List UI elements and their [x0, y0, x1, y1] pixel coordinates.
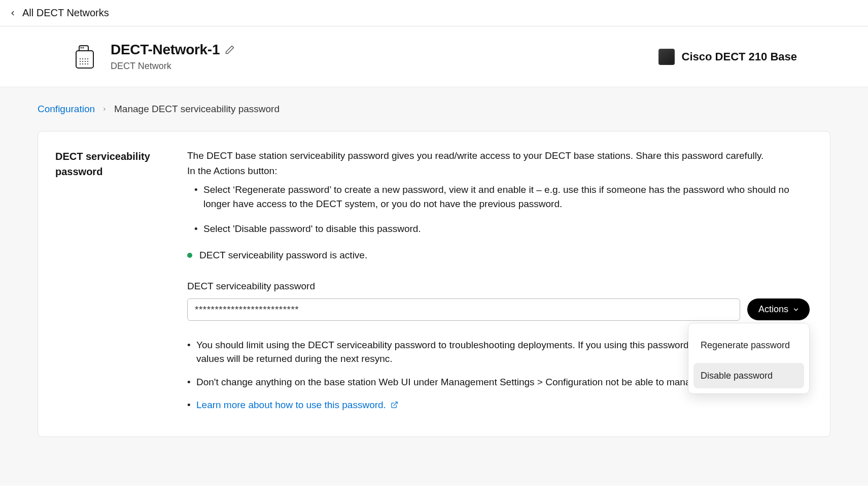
- svg-point-7: [87, 58, 88, 59]
- network-icon: [71, 43, 98, 71]
- svg-point-2: [81, 47, 82, 48]
- back-bar[interactable]: All DECT Networks: [0, 0, 868, 26]
- card-section-title: DECT serviceability password: [55, 149, 157, 179]
- back-label: All DECT Networks: [22, 7, 109, 19]
- svg-line-16: [394, 402, 397, 406]
- intro-text-2: In the Actions button:: [187, 164, 810, 178]
- breadcrumb: Configuration Manage DECT serviceability…: [38, 104, 830, 115]
- status-row: DECT serviceability password is active.: [187, 248, 810, 262]
- bullet-item: Select 'Disable password' to disable thi…: [194, 222, 810, 236]
- dropdown-item-disable[interactable]: Disable password: [693, 363, 804, 388]
- base-station-label: Cisco DECT 210 Base: [682, 50, 797, 63]
- edit-icon[interactable]: [225, 45, 235, 55]
- chevron-down-icon: [792, 306, 800, 313]
- svg-point-4: [80, 58, 81, 59]
- chevron-right-icon: [102, 106, 107, 113]
- learn-more-link[interactable]: Learn more about how to use this passwor…: [196, 399, 386, 410]
- password-field-row: Actions Regenerate password Disable pass…: [187, 298, 810, 321]
- breadcrumb-link-configuration[interactable]: Configuration: [38, 104, 95, 115]
- page-title: DECT-Network-1: [111, 42, 220, 58]
- svg-point-6: [85, 58, 86, 59]
- svg-point-12: [80, 63, 81, 64]
- svg-point-3: [83, 47, 84, 48]
- page-header: DECT-Network-1 DECT Network Cisco DECT 2…: [0, 26, 868, 87]
- intro-text-1: The DECT base station serviceability pas…: [187, 149, 810, 163]
- svg-point-5: [82, 58, 83, 59]
- actions-dropdown: Regenerate password Disable password: [688, 323, 810, 394]
- svg-point-10: [85, 60, 86, 61]
- chevron-left-icon: [9, 10, 16, 17]
- actions-button[interactable]: Actions: [747, 298, 810, 320]
- svg-rect-1: [76, 51, 93, 68]
- note-item-learn-more: Learn more about how to use this passwor…: [187, 398, 810, 412]
- svg-point-8: [80, 60, 81, 61]
- svg-point-15: [87, 63, 88, 64]
- bullet-item: Select ‘Regenerate password’ to create a…: [194, 183, 810, 211]
- svg-point-11: [87, 60, 88, 61]
- status-dot-icon: [187, 253, 192, 258]
- action-bullets: Select ‘Regenerate password’ to create a…: [194, 183, 810, 236]
- dropdown-item-regenerate[interactable]: Regenerate password: [693, 332, 804, 358]
- header-right: Cisco DECT 210 Base: [658, 49, 797, 65]
- page-subtitle: DECT Network: [111, 61, 235, 72]
- actions-button-label: Actions: [758, 304, 788, 315]
- password-input[interactable]: [187, 298, 740, 321]
- breadcrumb-current: Manage DECT serviceability password: [114, 104, 280, 115]
- header-left: DECT-Network-1 DECT Network: [71, 42, 235, 72]
- header-title-block: DECT-Network-1 DECT Network: [111, 42, 235, 72]
- svg-point-9: [82, 60, 83, 61]
- body-area: Configuration Manage DECT serviceability…: [0, 87, 868, 486]
- svg-point-13: [82, 63, 83, 64]
- svg-point-14: [85, 63, 86, 64]
- status-text: DECT serviceability password is active.: [199, 248, 367, 262]
- base-station-thumbnail: [658, 49, 675, 65]
- external-link-icon: [391, 401, 398, 409]
- serviceability-password-card: DECT serviceability password The DECT ba…: [38, 131, 830, 437]
- card-section-title-wrap: DECT serviceability password: [55, 149, 157, 421]
- card-content: The DECT base station serviceability pas…: [187, 149, 810, 421]
- password-field-label: DECT serviceability password: [187, 279, 810, 293]
